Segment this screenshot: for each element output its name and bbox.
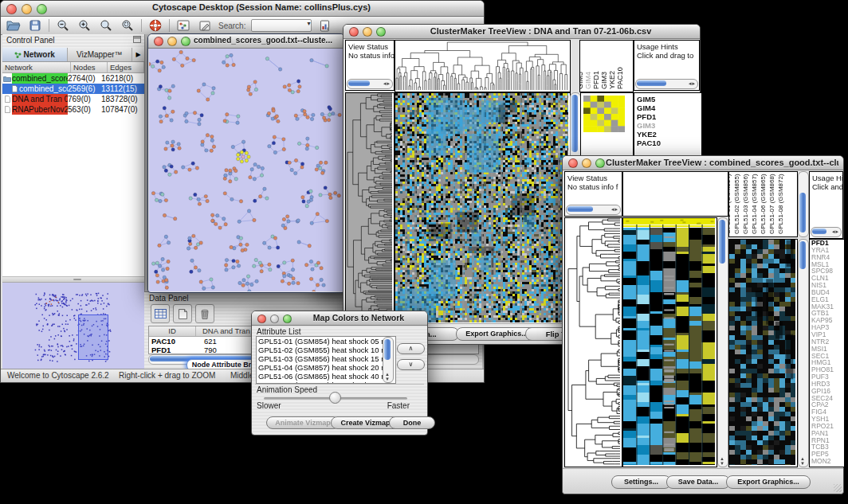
zoom-button[interactable]	[376, 27, 386, 37]
column-label[interactable]: GPL51-06 (GSM865)	[760, 174, 767, 234]
tab-overflow-arrow[interactable]: ▶	[132, 48, 144, 61]
column-label[interactable]: GPL51-03 (GSM856)	[742, 174, 749, 234]
gene-label[interactable]: GIM3	[637, 121, 701, 130]
annotation-icon[interactable]	[197, 18, 213, 33]
minimize-button[interactable]	[582, 158, 591, 168]
animate-vizmap-button[interactable]: Animate Vizmap	[266, 416, 340, 429]
net1-titlebar[interactable]: combined_scores_good.txt--cluste...	[148, 34, 344, 49]
birdseye-overview[interactable]	[2, 282, 144, 372]
minimize-button[interactable]	[167, 37, 177, 46]
col-id[interactable]: ID	[149, 326, 196, 336]
column-label[interactable]: GPL51-01 (GSM854)	[728, 174, 732, 234]
tv2-status-hscrollbar[interactable]: ◂▸	[566, 205, 621, 215]
col-nodes[interactable]: Nodes	[71, 62, 108, 72]
done-button[interactable]: Done	[389, 416, 435, 429]
move-down-button[interactable]: ∨	[397, 359, 425, 370]
tv2-row-dendrogram[interactable]	[565, 218, 620, 465]
tv1-row-dendrogram[interactable]	[346, 93, 392, 322]
gene-label[interactable]: GIM4	[637, 104, 701, 112]
dialog-titlebar[interactable]: Map Colors to Network	[252, 311, 427, 326]
network-row[interactable]: combined_sco 2569(6) 13112(15)	[2, 84, 144, 94]
column-label[interactable]: GIM3	[600, 72, 608, 89]
tab-vizmapper[interactable]: VizMapper™	[68, 48, 133, 61]
attribute-item[interactable]: GPL51-01 (GSM854) heat shock 05 min	[258, 337, 395, 346]
attribute-item[interactable]: GPL51-03 (GSM856) heat shock 15 min	[258, 354, 395, 363]
tv1-status-hscrollbar[interactable]: ◂▸	[347, 79, 393, 89]
gene-label[interactable]: GIM5	[637, 95, 701, 104]
tv1-title: ClusterMaker TreeView : DNA and Tran 07-…	[387, 26, 695, 36]
main-titlebar[interactable]: Cytoscape Desktop (Session Name: collins…	[1, 1, 484, 17]
zoom-in-icon[interactable]	[77, 18, 92, 33]
attribute-list-vscrollbar[interactable]: ▲▼	[383, 337, 394, 383]
minimize-button[interactable]	[270, 315, 279, 323]
tv2-heatmap[interactable]	[623, 218, 715, 465]
gene-label[interactable]: MON2	[811, 458, 844, 465]
tv1-usage-hscrollbar[interactable]: ◂▸	[635, 79, 698, 89]
resize-grip[interactable]	[834, 484, 842, 492]
tv1-titlebar[interactable]: ClusterMaker TreeView : DNA and Tran 07-…	[344, 25, 700, 39]
attribute-select-icon[interactable]	[151, 304, 170, 323]
tv2-labels-vscrollbar[interactable]	[798, 171, 809, 237]
tv2-titlebar[interactable]: ClusterMaker TreeView : combined_scores_…	[563, 156, 843, 170]
close-button[interactable]	[154, 37, 163, 46]
column-label[interactable]: GPL51-08 (GSM872)	[777, 174, 784, 234]
tab-network[interactable]: Network	[2, 48, 68, 61]
map-colors-dialog: Map Colors to Network Attribute List GPL…	[251, 311, 428, 436]
column-label[interactable]: GIM4	[584, 72, 592, 89]
birdseye-icon[interactable]	[175, 18, 191, 33]
col-network[interactable]: Network	[2, 62, 71, 72]
help-lifesaver-icon[interactable]	[147, 18, 163, 33]
column-label[interactable]: GPL51-07 (GSM868)	[768, 174, 775, 234]
report-icon[interactable]	[317, 18, 333, 33]
minimize-button[interactable]	[22, 4, 32, 14]
panel-divider[interactable]	[2, 277, 144, 282]
gene-label[interactable]: YKE2	[637, 130, 701, 139]
float-panel-icon[interactable]	[133, 36, 141, 45]
close-button[interactable]	[349, 27, 359, 37]
birdseye-canvas[interactable]	[4, 284, 139, 369]
tv1-column-dendrogram[interactable]	[395, 41, 568, 90]
attribute-item[interactable]: GPL51-04 (GSM857) heat shock 20 min	[258, 363, 395, 372]
move-up-button[interactable]: ∧	[397, 343, 425, 354]
zoom-out-icon[interactable]	[55, 18, 71, 33]
col-edges[interactable]: Edges	[108, 62, 144, 72]
zoom-selected-icon[interactable]	[120, 18, 135, 33]
tv2-usage-hscrollbar[interactable]: ◂▸	[811, 227, 842, 237]
network-row[interactable]: RNAPuberNov2+ 563(0) 107847(0)	[2, 104, 144, 115]
column-label[interactable]: PFD1	[592, 71, 600, 89]
dialog-title: Map Colors to Network	[295, 313, 422, 322]
network-row[interactable]: DNA and Tran 07 769(0) 183728(0)	[2, 94, 144, 104]
search-input[interactable]: ▾	[251, 19, 312, 32]
tv2-mini-heatmap[interactable]	[729, 240, 795, 465]
tv1-mini-heatmap[interactable]	[583, 96, 625, 132]
settings-button[interactable]: Settings...	[611, 475, 671, 489]
column-label[interactable]: GPL51-04 (GSM857)	[751, 174, 758, 234]
minimize-button[interactable]	[363, 27, 372, 37]
tv1-heatmap[interactable]	[395, 93, 568, 322]
close-button[interactable]	[257, 315, 266, 323]
gene-label[interactable]: PAC10	[637, 139, 701, 147]
new-attribute-icon[interactable]	[173, 304, 192, 323]
column-label[interactable]: GPL51-02 (GSM855)	[733, 174, 740, 234]
open-file-icon[interactable]	[6, 18, 22, 33]
network-canvas[interactable]	[149, 49, 344, 291]
column-label[interactable]: PAC10	[616, 67, 624, 89]
save-data-button[interactable]: Save Data...	[666, 475, 730, 489]
export-graphics-button[interactable]: Export Graphics...	[726, 475, 811, 489]
column-label[interactable]: YKE2	[608, 71, 616, 89]
gene-label[interactable]: PFD1	[637, 112, 701, 121]
close-button[interactable]	[568, 158, 578, 168]
zoom-button[interactable]	[595, 158, 605, 168]
attribute-item[interactable]: GPL51-06 (GSM865) heat shock 40 min	[258, 372, 395, 381]
search-dropdown-icon[interactable]: ▾	[307, 20, 310, 27]
tv2-mini-vscrollbar[interactable]: ▲▼	[798, 239, 809, 467]
attribute-item[interactable]: GPL51-02 (GSM855) heat shock 10 min	[258, 346, 395, 354]
close-button[interactable]	[6, 4, 17, 14]
save-icon[interactable]	[27, 18, 43, 33]
delete-attribute-icon[interactable]	[195, 304, 214, 323]
network-row[interactable]: combined_scores 2764(0) 16218(0)	[2, 73, 144, 84]
zoom-button[interactable]	[283, 315, 292, 323]
tv2-heatmap-vscrollbar[interactable]: ▲▼	[717, 217, 728, 467]
speed-slider-thumb[interactable]	[329, 392, 341, 404]
zoom-fit-icon[interactable]	[98, 18, 114, 33]
